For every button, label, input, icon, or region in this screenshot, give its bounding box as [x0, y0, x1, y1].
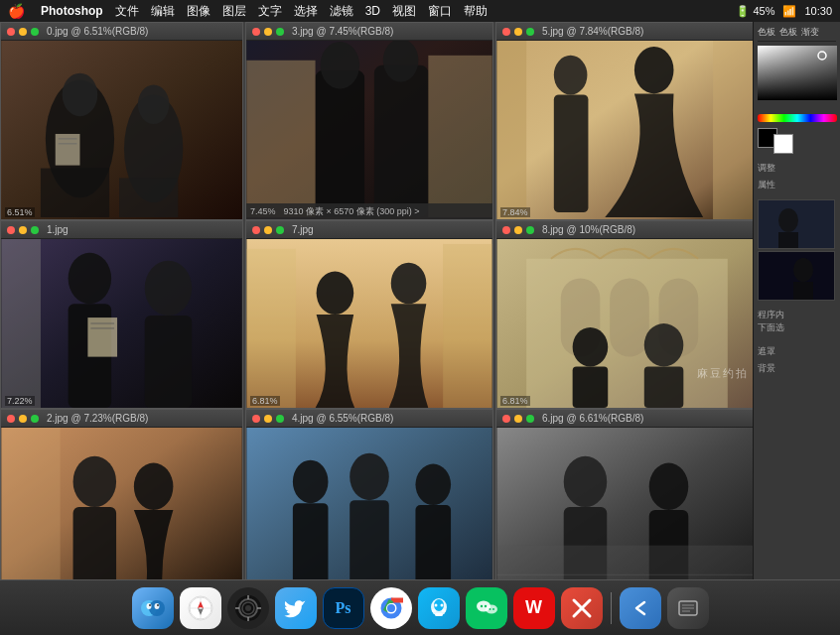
svg-rect-18: [496, 41, 526, 219]
svg-point-12: [321, 42, 360, 88]
window-title-0: 0.jpg @ 6.51%(RGB/8): [47, 26, 148, 37]
info-bar-3: 7.45% 9310 像素 × 6570 像素 (300 ppi) >: [246, 203, 492, 219]
zoom-dot-7[interactable]: [276, 226, 284, 234]
close-dot-7[interactable]: [252, 226, 260, 234]
svg-point-56: [415, 464, 451, 506]
dock-wechat[interactable]: [466, 587, 507, 629]
svg-rect-57: [415, 505, 451, 579]
menu-select[interactable]: 选择: [294, 3, 318, 20]
titlebar-3: 3.jpg @ 7.45%(RGB/8): [246, 23, 492, 41]
svg-rect-35: [246, 249, 295, 408]
photo-window-6[interactable]: 6.jpg @ 6.61%(RGB/8): [495, 409, 759, 579]
menu-layer[interactable]: 图层: [222, 3, 246, 20]
svg-point-47: [73, 456, 117, 507]
fg-bg-swatches[interactable]: [758, 128, 836, 154]
minimize-dot-2[interactable]: [19, 415, 27, 423]
close-dot-5[interactable]: [502, 28, 510, 36]
minimize-dot-1[interactable]: [19, 226, 27, 234]
photo-window-3[interactable]: 3.jpg @ 7.45%(RGB/8): [245, 22, 493, 220]
zoom-dot-5[interactable]: [526, 28, 534, 36]
svg-point-109: [484, 604, 486, 606]
minimize-dot-3[interactable]: [264, 28, 272, 36]
dock-twitter[interactable]: [275, 587, 317, 629]
zoom-dot-4[interactable]: [276, 415, 284, 423]
svg-point-61: [649, 463, 689, 510]
zoom-dot-0[interactable]: [31, 28, 39, 36]
dock-qq[interactable]: [418, 587, 460, 629]
app-name[interactable]: Photoshop: [41, 4, 103, 18]
zoom-dot-3[interactable]: [276, 28, 284, 36]
hue-slider[interactable]: [758, 114, 837, 122]
dock-watermark-app[interactable]: [667, 587, 709, 629]
close-dot-6[interactable]: [502, 415, 510, 423]
dock-chrome[interactable]: [370, 587, 412, 629]
minimize-dot-4[interactable]: [264, 415, 272, 423]
close-dot-0[interactable]: [7, 28, 15, 36]
photo-content-5: 7.84%: [496, 41, 758, 219]
menu-3d[interactable]: 3D: [365, 4, 380, 18]
menu-view[interactable]: 视图: [392, 3, 416, 20]
tab-swatch[interactable]: 色板: [779, 26, 797, 39]
menu-file[interactable]: 文件: [115, 3, 139, 20]
dock-safari[interactable]: [180, 587, 221, 629]
window-title-3: 3.jpg @ 7.45%(RGB/8): [292, 26, 393, 37]
dock-photoshop[interactable]: Ps: [323, 587, 364, 629]
photo-window-4[interactable]: 4.jpg @ 6.55%(RGB/8): [245, 409, 493, 579]
svg-point-77: [146, 603, 151, 609]
minimize-dot-5[interactable]: [514, 28, 522, 36]
photo-window-1[interactable]: 1.jpg: [0, 220, 243, 409]
thumb-1[interactable]: [758, 199, 835, 249]
zoom-label-8: 6.81%: [500, 396, 530, 406]
background-swatch[interactable]: [773, 134, 793, 154]
svg-rect-53: [293, 503, 329, 579]
dock-camera[interactable]: [227, 587, 269, 629]
close-dot-3[interactable]: [252, 28, 260, 36]
zoom-label-7: 6.81%: [250, 396, 280, 406]
close-dot-4[interactable]: [252, 415, 260, 423]
svg-point-108: [480, 604, 482, 606]
photo-content-6: 6.61% 8719 像素 × 6582 像素 (300 ppi) >: [496, 428, 758, 579]
titlebar-8: 8.jpg @ 10%(RGB/8): [496, 221, 758, 239]
svg-point-59: [564, 456, 608, 507]
dock-xmind[interactable]: [561, 587, 603, 629]
svg-rect-15: [246, 61, 315, 217]
dock-divider: [611, 592, 612, 624]
close-dot-2[interactable]: [7, 415, 15, 423]
thumb-2[interactable]: [758, 251, 835, 301]
svg-rect-48: [73, 507, 117, 579]
menu-filter[interactable]: 滤镜: [330, 3, 353, 20]
menu-type[interactable]: 文字: [258, 3, 282, 20]
svg-point-72: [793, 258, 813, 282]
apple-menu[interactable]: 🍎: [8, 3, 25, 19]
photo-window-2[interactable]: 2.jpg @ 7.23%(RGB/8): [0, 409, 243, 579]
photo-window-5[interactable]: 5.jpg @ 7.84%(RGB/8): [495, 22, 759, 220]
menu-image[interactable]: 图像: [187, 3, 210, 20]
zoom-dot-2[interactable]: [31, 415, 39, 423]
close-dot-1[interactable]: [7, 226, 15, 234]
svg-point-69: [778, 208, 798, 232]
minimize-dot-0[interactable]: [19, 28, 27, 36]
dock-arrow[interactable]: [620, 587, 661, 629]
tab-color[interactable]: 色板: [758, 26, 775, 39]
zoom-dot-8[interactable]: [526, 226, 534, 234]
tab-gradient[interactable]: 渐变: [801, 26, 819, 39]
zoom-dot-6[interactable]: [526, 415, 534, 423]
photo-window-7[interactable]: 7.jpg 6.81: [245, 220, 493, 409]
dock-finder[interactable]: [132, 587, 174, 629]
dock-wps[interactable]: W: [513, 587, 555, 629]
photo-window-0[interactable]: 0.jpg @ 6.51%(RGB/8): [0, 22, 243, 220]
text-line-2: 下面选: [758, 321, 836, 334]
close-dot-8[interactable]: [502, 226, 510, 234]
color-picker-area[interactable]: [758, 46, 836, 122]
svg-rect-24: [1, 239, 41, 408]
minimize-dot-6[interactable]: [514, 415, 522, 423]
window-title-6: 6.jpg @ 6.61%(RGB/8): [542, 413, 643, 424]
minimize-dot-8[interactable]: [514, 226, 522, 234]
menu-help[interactable]: 帮助: [464, 3, 488, 20]
zoom-dot-1[interactable]: [31, 226, 39, 234]
menu-window[interactable]: 窗口: [428, 3, 452, 20]
wifi-icon: 📶: [782, 5, 796, 18]
minimize-dot-7[interactable]: [264, 226, 272, 234]
zoom-label-5: 7.84%: [500, 207, 530, 217]
menu-edit[interactable]: 编辑: [151, 3, 175, 20]
